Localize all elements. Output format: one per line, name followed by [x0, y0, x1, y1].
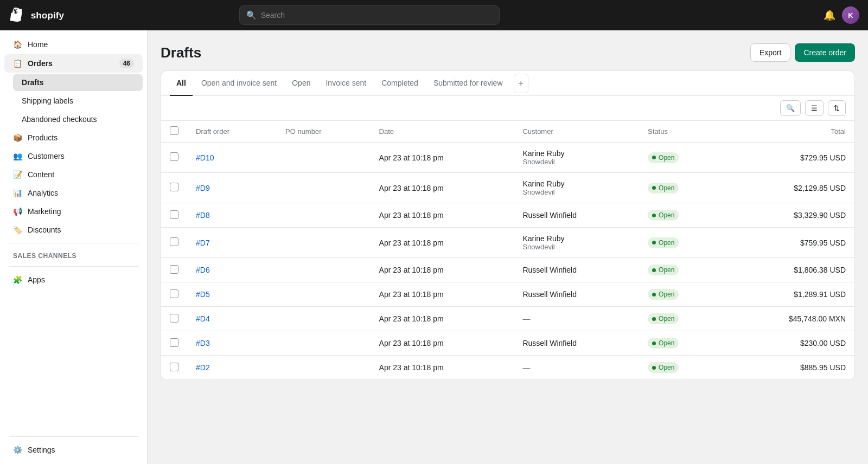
logo[interactable]: shopify — [9, 7, 74, 24]
row-status: Open — [639, 282, 724, 307]
draft-link[interactable]: #D3 — [196, 339, 210, 347]
draft-link[interactable]: #D8 — [196, 211, 210, 220]
table-row[interactable]: #D9 Apr 23 at 10:18 pm Karine RubySnowde… — [161, 173, 854, 203]
table-row[interactable]: #D10 Apr 23 at 10:18 pm Karine RubySnowd… — [161, 143, 854, 173]
sidebar-item-shipping-labels[interactable]: Shipping labels — [13, 92, 143, 109]
table-header: Draft order PO number Date Customer Stat… — [161, 121, 854, 143]
tab-open-and-invoice-sent[interactable]: Open and invoice sent — [195, 71, 283, 96]
main-content: Drafts Export Create order All Open and … — [148, 0, 868, 464]
draft-link[interactable]: #D7 — [196, 239, 210, 247]
sidebar-item-content[interactable]: 📝 Content — [4, 166, 143, 183]
table-row[interactable]: #D4 Apr 23 at 10:18 pm — Open $45,748.00… — [161, 307, 854, 331]
draft-link[interactable]: #D2 — [196, 363, 210, 372]
sidebar-item-products[interactable]: 📦 Products — [4, 129, 143, 146]
tab-invoice-sent[interactable]: Invoice sent — [319, 71, 373, 96]
create-order-button[interactable]: Create order — [795, 43, 855, 62]
draft-link[interactable]: #D6 — [196, 266, 210, 274]
col-customer: Customer — [514, 121, 639, 143]
row-checkbox-cell — [161, 228, 187, 258]
marketing-icon: 📢 — [13, 207, 22, 216]
row-po-number — [277, 258, 371, 282]
row-checkbox[interactable] — [170, 289, 178, 298]
table-row[interactable]: #D6 Apr 23 at 10:18 pm Russell Winfield … — [161, 258, 854, 282]
row-draft-order: #D3 — [187, 331, 277, 356]
draft-link[interactable]: #D9 — [196, 184, 210, 192]
row-checkbox[interactable] — [170, 152, 178, 161]
row-customer-empty: — — [522, 314, 530, 323]
row-date: Apr 23 at 10:18 pm — [371, 356, 514, 380]
avatar[interactable]: K — [842, 7, 859, 24]
row-date: Apr 23 at 10:18 pm — [371, 282, 514, 307]
row-checkbox[interactable] — [170, 183, 178, 191]
table-row[interactable]: #D2 Apr 23 at 10:18 pm — Open $885.95 US… — [161, 356, 854, 380]
sidebar-item-home[interactable]: 🏠 Home — [4, 36, 143, 53]
sidebar-item-customers[interactable]: 👥 Customers — [4, 147, 143, 165]
sidebar-item-discounts[interactable]: 🏷️ Discounts — [4, 221, 143, 239]
row-customer: Russell Winfield — [514, 331, 639, 356]
tab-open[interactable]: Open — [285, 71, 317, 96]
sidebar-item-label: Settings — [28, 446, 55, 454]
tab-submitted-for-review[interactable]: Submitted for review — [427, 71, 509, 96]
row-checkbox[interactable] — [170, 338, 178, 347]
search-toolbar-button[interactable]: 🔍 — [780, 100, 801, 116]
table-row[interactable]: #D5 Apr 23 at 10:18 pm Russell Winfield … — [161, 282, 854, 307]
sidebar-item-settings[interactable]: ⚙️ Settings — [4, 441, 143, 459]
sidebar-item-label: Discounts — [28, 225, 61, 234]
tabs-more-button[interactable]: + — [514, 74, 528, 93]
search-bar[interactable]: 🔍 — [239, 5, 500, 25]
tab-all[interactable]: All — [170, 71, 193, 96]
draft-link[interactable]: #D4 — [196, 314, 210, 323]
sidebar-divider-bottom — [9, 436, 138, 437]
row-customer: Karine RubySnowdevil — [514, 173, 639, 203]
tabs-container: All Open and invoice sent Open Invoice s… — [161, 70, 855, 96]
row-checkbox[interactable] — [170, 363, 178, 371]
row-checkbox[interactable] — [170, 265, 178, 274]
row-po-number — [277, 143, 371, 173]
draft-link[interactable]: #D10 — [196, 153, 214, 162]
row-draft-order: #D9 — [187, 173, 277, 203]
row-checkbox[interactable] — [170, 237, 178, 246]
sidebar-item-abandoned-checkouts[interactable]: Abandoned checkouts — [13, 111, 143, 128]
sidebar-item-analytics[interactable]: 📊 Analytics — [4, 184, 143, 202]
row-checkbox-cell — [161, 173, 187, 203]
row-checkbox[interactable] — [170, 210, 178, 219]
status-badge: Open — [648, 362, 679, 373]
search-toolbar-icon: 🔍 — [786, 104, 795, 112]
tab-completed[interactable]: Completed — [375, 71, 425, 96]
sort-toolbar-button[interactable]: ⇅ — [828, 100, 846, 116]
draft-link[interactable]: #D5 — [196, 290, 210, 299]
row-status: Open — [639, 258, 724, 282]
sidebar-item-drafts[interactable]: Drafts — [13, 74, 143, 91]
row-total: $1,806.38 USD — [724, 258, 854, 282]
customers-icon: 👥 — [13, 152, 22, 160]
sidebar-item-label: Customers — [28, 152, 65, 160]
row-date: Apr 23 at 10:18 pm — [371, 143, 514, 173]
row-customer-name: Karine Ruby — [522, 234, 630, 243]
table-row[interactable]: #D7 Apr 23 at 10:18 pm Karine RubySnowde… — [161, 228, 854, 258]
sidebar-item-apps[interactable]: 🧩 Apps — [4, 271, 143, 288]
row-date: Apr 23 at 10:18 pm — [371, 203, 514, 228]
select-all-checkbox[interactable] — [170, 126, 178, 135]
row-total: $2,129.85 USD — [724, 173, 854, 203]
select-all-header — [161, 121, 187, 143]
sidebar-item-label: Marketing — [28, 207, 61, 216]
row-draft-order: #D4 — [187, 307, 277, 331]
row-date: Apr 23 at 10:18 pm — [371, 258, 514, 282]
row-draft-order: #D6 — [187, 258, 277, 282]
status-badge: Open — [648, 237, 679, 248]
search-input[interactable] — [261, 11, 493, 20]
sidebar: 🏠 Home 📋 Orders 46 Drafts Shipping label… — [0, 0, 148, 464]
filter-toolbar-button[interactable]: ☰ — [805, 100, 824, 116]
sidebar-item-label: Content — [28, 170, 54, 179]
sidebar-item-orders[interactable]: 📋 Orders 46 — [4, 54, 143, 73]
export-button[interactable]: Export — [750, 43, 790, 62]
table-row[interactable]: #D8 Apr 23 at 10:18 pm Russell Winfield … — [161, 203, 854, 228]
bell-icon[interactable]: 🔔 — [824, 9, 835, 21]
row-customer-empty: — — [522, 363, 530, 372]
table-row[interactable]: #D3 Apr 23 at 10:18 pm Russell Winfield … — [161, 331, 854, 356]
col-date: Date — [371, 121, 514, 143]
row-status: Open — [639, 143, 724, 173]
sidebar-item-marketing[interactable]: 📢 Marketing — [4, 203, 143, 220]
status-dot — [652, 186, 656, 190]
row-checkbox[interactable] — [170, 314, 178, 323]
